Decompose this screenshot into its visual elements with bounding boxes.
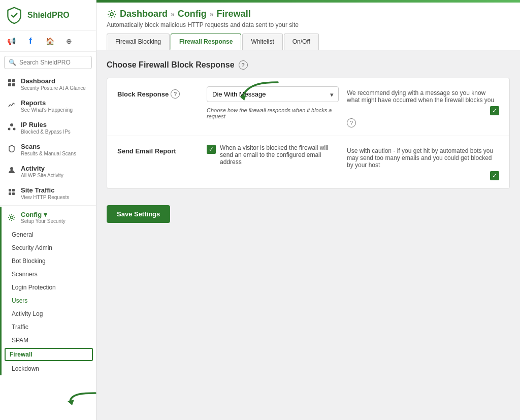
config-breadcrumb-icon xyxy=(107,9,117,19)
tab-firewall-response[interactable]: Firewall Response xyxy=(171,34,241,50)
scans-label: Scans xyxy=(21,143,76,150)
search-box[interactable]: 🔍 xyxy=(4,56,92,69)
megaphone-icon[interactable]: 📢 xyxy=(5,35,17,47)
breadcrumb-sep2: » xyxy=(210,10,214,18)
desc-help-icon[interactable]: ? xyxy=(347,118,356,127)
sidebar-item-security-admin[interactable]: Security Admin xyxy=(2,241,96,254)
sidebar-item-login-protection[interactable]: Login Protection xyxy=(2,281,96,294)
settings-table: Block Response ? Die With MessageDieRedi… xyxy=(107,78,510,189)
svg-point-13 xyxy=(110,13,113,16)
tab-firewall-blocking[interactable]: Firewall Blocking xyxy=(107,34,170,50)
nav-divider xyxy=(0,205,96,206)
save-settings-button[interactable]: Save Settings xyxy=(107,205,170,223)
reports-sub: See What's Happening xyxy=(21,107,73,113)
sub-nav: General Security Admin Bot Blocking Scan… xyxy=(2,228,96,375)
tab-on-off[interactable]: On/Off xyxy=(284,34,319,50)
send-email-checkmark[interactable]: ✓ xyxy=(207,145,216,154)
activity-label: Activity xyxy=(21,165,63,172)
firewall-bottom-arrow-icon xyxy=(65,388,101,408)
svg-rect-3 xyxy=(12,83,15,86)
section-help-icon[interactable]: ? xyxy=(239,60,248,70)
section-title: Choose Firewall Block Response ? xyxy=(107,60,510,70)
send-email-report-row: Send Email Report ✓ When a visitor is bl… xyxy=(107,136,509,188)
svg-marker-14 xyxy=(240,95,246,101)
sidebar-item-dashboard[interactable]: Dashboard Security Posture At A Glance xyxy=(0,73,96,95)
send-email-desc: Use with caution - if you get hit by aut… xyxy=(347,144,499,180)
site-traffic-label: Site Traffic xyxy=(21,186,69,194)
search-icon: 🔍 xyxy=(9,59,16,66)
svg-rect-10 xyxy=(9,192,11,195)
sidebar-item-lockdown[interactable]: Lockdown xyxy=(2,362,96,375)
circle-icon[interactable]: ⊕ xyxy=(63,35,75,47)
sidebar-top-icons: 📢 f 🏠 ⊕ xyxy=(0,31,96,52)
firewall-arrow-decoration xyxy=(65,388,101,410)
svg-rect-0 xyxy=(8,79,11,82)
facebook-icon[interactable]: f xyxy=(24,35,37,47)
logo-area: ShieldPRO xyxy=(0,0,96,31)
svg-rect-1 xyxy=(12,79,15,82)
config-sub: Setup Your Security xyxy=(21,218,66,224)
sidebar-item-activity[interactable]: Activity All WP Site Activity xyxy=(0,160,96,182)
send-email-checkbox-row: ✓ When a visitor is blocked the firewall… xyxy=(207,144,339,166)
sidebar: ShieldPRO 📢 f 🏠 ⊕ 🔍 Dashboard Security P… xyxy=(0,0,96,420)
scans-sub: Results & Manual Scans xyxy=(21,151,76,156)
sidebar-item-users[interactable]: Users xyxy=(2,294,96,307)
breadcrumb-firewall[interactable]: Firewall xyxy=(217,9,251,19)
breadcrumb-dashboard[interactable]: Dashboard xyxy=(120,9,168,19)
sidebar-item-scanners[interactable]: Scanners xyxy=(2,268,96,281)
svg-rect-8 xyxy=(9,189,11,191)
sidebar-item-bot-blocking[interactable]: Bot Blocking xyxy=(2,254,96,268)
block-response-label: Block Response ? xyxy=(117,86,199,99)
svg-point-7 xyxy=(10,167,13,170)
home-icon[interactable]: 🏠 xyxy=(44,35,56,47)
ip-rules-sub: Blocked & Bypass IPs xyxy=(21,129,71,135)
send-email-desc-checkmark: ✓ xyxy=(490,171,499,180)
block-response-control: Die With MessageDieRedirectPage 404 ▾ Ch… xyxy=(207,86,339,119)
sidebar-item-reports[interactable]: Reports See What's Happening xyxy=(0,95,96,117)
dashboard-icon xyxy=(7,78,17,88)
block-response-checkmark: ✓ xyxy=(490,106,499,115)
block-response-desc: We recommend dying with a message so you… xyxy=(347,86,499,127)
send-email-label: Send Email Report xyxy=(117,144,199,155)
sidebar-item-ip-rules[interactable]: IP Rules Blocked & Bypass IPs xyxy=(0,117,96,139)
svg-rect-11 xyxy=(12,192,15,195)
breadcrumb-sep1: » xyxy=(171,10,175,18)
svg-point-6 xyxy=(13,128,16,131)
reports-icon xyxy=(7,100,17,110)
reports-label: Reports xyxy=(21,99,73,107)
svg-rect-2 xyxy=(8,83,11,86)
logo-text: ShieldPRO xyxy=(27,11,70,20)
sidebar-item-scans[interactable]: Scans Results & Manual Scans xyxy=(0,139,96,160)
config-header[interactable]: Config ▾ Setup Your Security xyxy=(2,207,96,228)
sidebar-item-activity-log[interactable]: Activity Log xyxy=(2,307,96,320)
svg-point-5 xyxy=(8,128,11,131)
sidebar-item-firewall[interactable]: Firewall xyxy=(5,348,93,361)
send-email-checkbox-label: When a visitor is blocked the firewall w… xyxy=(220,144,339,166)
dashboard-sub: Security Posture At A Glance xyxy=(21,85,86,91)
activity-icon xyxy=(7,165,17,175)
settings-rows: Block Response ? Die With MessageDieRedi… xyxy=(107,78,509,188)
teal-arrow-icon xyxy=(237,77,283,108)
block-response-help-icon[interactable]: ? xyxy=(171,89,180,99)
sidebar-item-spam[interactable]: SPAM xyxy=(2,334,96,347)
sidebar-item-site-traffic[interactable]: Site Traffic View HTTP Requests xyxy=(0,182,96,204)
search-input[interactable] xyxy=(19,59,87,66)
scans-icon xyxy=(7,143,17,153)
sidebar-item-traffic[interactable]: Traffic xyxy=(2,320,96,334)
svg-point-12 xyxy=(11,216,13,219)
svg-point-4 xyxy=(10,123,13,126)
dashboard-label: Dashboard xyxy=(21,77,86,85)
section-title-text: Choose Firewall Block Response xyxy=(107,60,235,70)
site-traffic-sub: View HTTP Requests xyxy=(21,195,69,200)
sidebar-item-general[interactable]: General xyxy=(2,228,96,241)
activity-sub: All WP Site Activity xyxy=(21,173,63,178)
config-title: Config ▾ xyxy=(21,211,66,218)
tab-whitelist[interactable]: Whitelist xyxy=(242,34,282,50)
svg-rect-9 xyxy=(12,189,15,191)
logo-icon xyxy=(5,6,23,24)
header: Dashboard » Config » Firewall Automatica… xyxy=(96,3,520,50)
arrow-decoration xyxy=(237,77,283,109)
breadcrumb-config[interactable]: Config xyxy=(178,9,207,19)
config-icon xyxy=(7,212,17,222)
content-area: Choose Firewall Block Response ? Block R… xyxy=(96,50,520,420)
